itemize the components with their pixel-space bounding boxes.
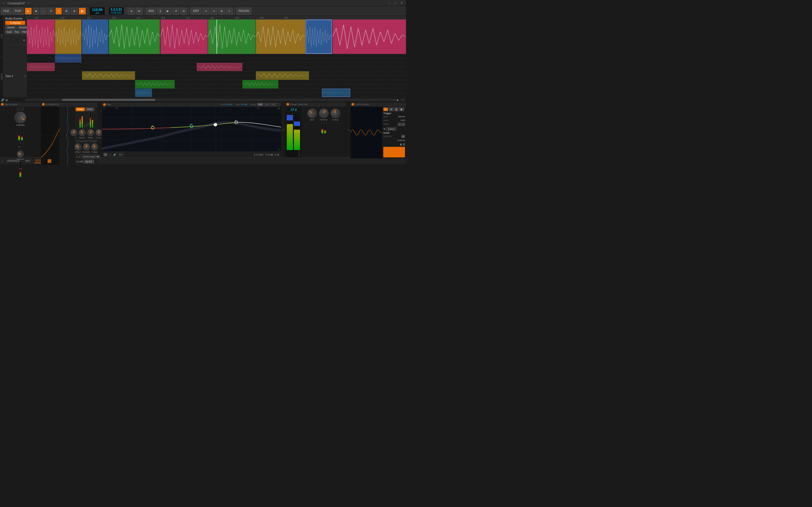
redo-button[interactable]: ↪ xyxy=(210,8,217,14)
eq-canvas[interactable]: 4 5 3 2 1k 20 100 10k xyxy=(102,107,281,152)
scroll-right-button[interactable]: ▶ xyxy=(397,99,399,101)
slope-down-button[interactable]: ↓ xyxy=(402,123,405,126)
de-esser-slider[interactable] xyxy=(18,142,20,150)
loop-button[interactable]: ⟲ xyxy=(48,8,54,14)
play-small-button[interactable]: ▶ xyxy=(164,8,171,14)
eq-band-power[interactable] xyxy=(109,154,111,156)
hold-label: Hold xyxy=(383,115,388,118)
de-esser-freq-knob[interactable] xyxy=(12,110,28,125)
dynamics-curve[interactable] xyxy=(41,106,75,165)
comp-seg-8[interactable] xyxy=(306,19,332,54)
comp-seg-7[interactable] xyxy=(256,19,305,54)
stretch-button[interactable]: Stretch xyxy=(5,25,17,29)
region-button[interactable]: REGION xyxy=(236,8,251,14)
take3-waveform[interactable] xyxy=(27,71,406,80)
take1-waveform[interactable] xyxy=(27,89,406,98)
eq-range-20[interactable]: ±20 xyxy=(264,103,270,106)
scale-section-label: Scale xyxy=(383,131,405,134)
peak-input-knob[interactable] xyxy=(305,107,319,120)
de-esser-amount-knob[interactable] xyxy=(15,149,25,159)
browse-button[interactable]: ⊟ xyxy=(180,8,187,14)
eq-power[interactable] xyxy=(103,103,106,106)
de-esser-power[interactable] xyxy=(1,103,4,106)
comp-seg-5[interactable] xyxy=(160,19,208,54)
eq-range-30[interactable]: ±30 xyxy=(271,103,276,106)
rewind-button[interactable]: ↺ xyxy=(172,8,179,14)
take4-bg-wave xyxy=(27,63,406,71)
take5-close[interactable]: ✕ xyxy=(24,75,26,78)
comp-mode-button[interactable]: ◧ xyxy=(79,8,86,14)
peak-release-knob[interactable] xyxy=(317,107,330,120)
peak-button[interactable]: Peak xyxy=(75,108,85,111)
gain-button[interactable]: Gain xyxy=(5,30,13,34)
undo-button[interactable]: ↩ xyxy=(202,8,209,14)
slope-up-button[interactable]: ↑ xyxy=(398,123,401,126)
ruler-mark-2.4: 2.4 xyxy=(161,16,165,19)
scrollbar-thumb[interactable] xyxy=(62,99,155,101)
minimize-button[interactable]: ─ xyxy=(387,1,392,5)
eq-bell-btn[interactable]: Bell xyxy=(118,153,124,156)
release-knob[interactable] xyxy=(82,142,91,151)
eq-band-3-btn[interactable]: 3 xyxy=(104,153,107,156)
comping-button[interactable]: Comping xyxy=(5,21,25,25)
grid-button[interactable]: ⊞ xyxy=(63,8,70,14)
record-button[interactable]: ● xyxy=(40,8,47,14)
de-esser-icon-1 xyxy=(17,108,19,111)
take5-waveform[interactable] xyxy=(27,54,406,63)
scroll-left-button[interactable]: ◀ xyxy=(5,99,7,101)
play-label-button[interactable]: PLAY xyxy=(12,8,24,14)
add-take-button[interactable]: + xyxy=(23,38,25,42)
peak-bar-1 xyxy=(287,113,293,150)
take2-waveform[interactable] xyxy=(27,80,406,89)
rms-button[interactable]: RMS xyxy=(85,108,94,111)
scroll-link-button[interactable]: 🔗 xyxy=(1,99,4,101)
play-small[interactable]: ▶ xyxy=(399,108,404,111)
device-input-select[interactable]: Device Input xyxy=(82,155,100,158)
osc-power[interactable] xyxy=(352,103,354,106)
scrollbar[interactable] xyxy=(25,99,397,101)
copy-button[interactable]: ⧉ xyxy=(218,8,225,14)
knee1-knob[interactable] xyxy=(78,128,87,137)
de-esser-slider-2[interactable] xyxy=(20,142,22,150)
keytrack-bars-button[interactable]: ||| xyxy=(401,135,405,138)
add-panel-2-button[interactable]: + xyxy=(281,103,286,157)
file-button[interactable]: FILE xyxy=(1,8,11,14)
close-button[interactable]: ✕ xyxy=(399,1,404,5)
cut-button[interactable]: ✂ xyxy=(226,8,233,14)
play-button[interactable]: ▶ xyxy=(25,8,32,14)
comp-track[interactable] xyxy=(27,19,406,54)
freeze-button[interactable]: Freeze xyxy=(386,127,397,131)
a-button[interactable]: A xyxy=(383,108,388,111)
bottom-panels: DE-ESSER 4.49 kHz xyxy=(0,102,406,157)
peak-ceiling-knob[interactable] xyxy=(330,108,341,119)
pan-button[interactable]: Pan xyxy=(13,30,20,34)
add-panel-3-button[interactable]: + xyxy=(346,103,351,157)
snap-button[interactable]: ⊕ xyxy=(71,8,78,14)
edit-button[interactable]: EDIT xyxy=(191,8,201,14)
eq-range-10[interactable]: ±10 xyxy=(257,103,263,106)
nav-indicator-1[interactable] xyxy=(48,159,51,163)
ratio2-knob[interactable] xyxy=(86,128,95,137)
comp-seg-4[interactable] xyxy=(109,19,160,54)
comp-seg-1[interactable] xyxy=(27,19,55,54)
add-button[interactable]: + xyxy=(55,8,62,14)
b-button[interactable]: B xyxy=(389,108,394,111)
close-tab-icon[interactable]: ✕ xyxy=(28,2,30,4)
comp-seg-3[interactable] xyxy=(82,19,108,54)
vu-button[interactable]: || xyxy=(157,8,163,14)
sc-fx-button[interactable]: Sc FX xyxy=(84,160,94,163)
sync-button[interactable]: ⇄ xyxy=(136,8,143,14)
peak-limiter-power[interactable] xyxy=(287,103,289,106)
add-track-button[interactable]: ADD xyxy=(146,8,156,14)
maximize-button[interactable]: □ xyxy=(393,1,397,5)
output-knob[interactable] xyxy=(91,143,99,151)
comp-seg-9[interactable] xyxy=(333,19,406,54)
stop-button[interactable]: ■ xyxy=(33,8,39,14)
comp-seg-2[interactable] xyxy=(55,19,82,54)
take4-waveform[interactable] xyxy=(27,63,406,71)
dynamics-power[interactable] xyxy=(42,103,45,106)
eq-bottom-bar: 3 🔗 Bell 2.72 kHz +1.8 dB 1.41 xyxy=(102,152,281,157)
bar-button[interactable]: ||| xyxy=(394,108,398,111)
comp-seg-6[interactable] xyxy=(208,19,255,54)
route-button[interactable]: ⇉ xyxy=(128,8,135,14)
